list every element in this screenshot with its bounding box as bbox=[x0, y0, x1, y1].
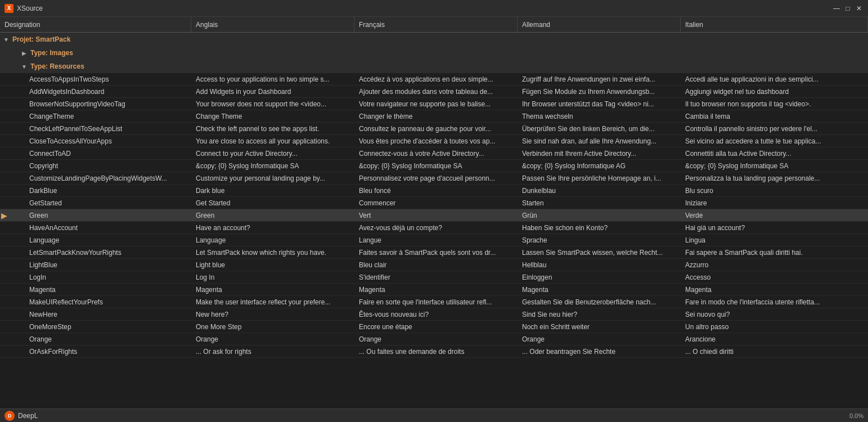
cell-italien: Accedi alle tue applicazioni in due semp… bbox=[681, 73, 868, 85]
cell-designation: AccessToAppsInTwoSteps bbox=[0, 73, 191, 85]
row-selected-arrow: ▶ bbox=[1, 211, 7, 220]
cell-allemand: Haben Sie schon ein Konto? bbox=[518, 222, 681, 234]
table-row[interactable]: BrowserNotSupportingVideoTagYour browser… bbox=[0, 98, 868, 110]
table-row[interactable]: MagentaMagentaMagentaMagentaMagenta bbox=[0, 284, 868, 296]
cell-allemand: Dunkelblau bbox=[518, 185, 681, 196]
cell-allemand: Sprache bbox=[518, 234, 681, 246]
group-row-images[interactable]: ▶ Type: Images bbox=[0, 46, 868, 60]
maximize-button[interactable]: □ bbox=[843, 4, 852, 13]
table-row[interactable]: LogInLog InS'identifierEinloggenAccesso bbox=[0, 271, 868, 284]
content-area: Designation Anglais Français Allemand It… bbox=[0, 17, 868, 408]
cell-anglais: Check the left pannel to see the apps li… bbox=[191, 123, 354, 134]
cell-francais: Êtes-vous nouveau ici? bbox=[354, 308, 518, 320]
table-row[interactable]: DarkBlueDark blueBleu foncéDunkelblauBlu… bbox=[0, 185, 868, 197]
table-row[interactable]: LetSmartPackKnowYourRightsLet SmartPack … bbox=[0, 246, 868, 259]
table-row[interactable]: LanguageLanguageLangueSpracheLingua bbox=[0, 234, 868, 246]
cell-anglais: One More Step bbox=[191, 321, 354, 333]
collapse-icon-projet[interactable]: ▼ bbox=[2, 35, 10, 43]
cell-francais: Orange bbox=[354, 333, 518, 345]
cell-francais: Encore une étape bbox=[354, 321, 518, 333]
cell-designation: Magenta bbox=[0, 284, 191, 295]
cell-anglais: Light blue bbox=[191, 259, 354, 271]
table-row[interactable]: Copyright&copy; {0} Syslog Informatique … bbox=[0, 160, 868, 172]
cell-designation: BrowserNotSupportingVideoTag bbox=[0, 98, 191, 110]
cell-italien: Azzurro bbox=[681, 259, 868, 271]
cell-allemand: Einloggen bbox=[518, 271, 681, 283]
cell-francais: &copy; {0} Syslog Informatique SA bbox=[354, 160, 518, 172]
table-row[interactable]: OrAskForRights... Or ask for rights... O… bbox=[0, 345, 868, 358]
cell-italien: Sei vicino ad accedere a tutte le tue ap… bbox=[681, 135, 868, 147]
cell-allemand: Verbinden mit Ihrem Active Directory... bbox=[518, 147, 681, 159]
cell-allemand: Ihr Browser unterstützt das Tag <video> … bbox=[518, 98, 681, 110]
table-row[interactable]: LightBlueLight blueBleu clairHellblauAzz… bbox=[0, 259, 868, 271]
group-row-resources[interactable]: ▼ Type: Resources bbox=[0, 60, 868, 73]
cell-allemand: Thema wechseln bbox=[518, 110, 681, 122]
table-body[interactable]: ▼ Projet: SmartPack ▶ Type: Images ▼ Typ… bbox=[0, 33, 868, 408]
cell-francais: Faites savoir à SmartPack quels sont vos… bbox=[354, 246, 518, 258]
cell-francais: Consultez le panneau de gauche pour voir… bbox=[354, 123, 518, 134]
cell-allemand: Magenta bbox=[518, 284, 681, 295]
cell-anglais: Change Theme bbox=[191, 110, 354, 122]
cell-designation: LogIn bbox=[0, 271, 191, 283]
cell-allemand: Sie sind nah dran, auf alle Ihre Anwendu… bbox=[518, 135, 681, 147]
table-row[interactable]: GetStartedGet StartedCommencerStartenIni… bbox=[0, 197, 868, 209]
table-row[interactable]: ConnectToADConnect to your Active Direct… bbox=[0, 147, 868, 160]
cell-anglais: Connect to your Active Directory... bbox=[191, 147, 354, 159]
cell-anglais: Dark blue bbox=[191, 185, 354, 196]
cell-allemand: Orange bbox=[518, 333, 681, 345]
table-row[interactable]: ▶GreenGreenVertGrünVerde bbox=[0, 209, 868, 222]
cell-anglais: Customize your personal landing page by.… bbox=[191, 172, 354, 184]
table-header: Designation Anglais Français Allemand It… bbox=[0, 17, 868, 33]
collapse-icon-resources[interactable]: ▼ bbox=[20, 62, 28, 70]
cell-italien: Connettiti alla tua Active Directory... bbox=[681, 147, 868, 159]
cell-anglais: Language bbox=[191, 234, 354, 246]
col-header-allemand: Allemand bbox=[518, 17, 681, 32]
cell-designation: MakeUIReflectYourPrefs bbox=[0, 296, 191, 308]
cell-designation: OrAskForRights bbox=[0, 345, 191, 357]
group-label-projet: Projet: SmartPack bbox=[12, 35, 70, 43]
table-row[interactable]: OrangeOrangeOrangeOrangeArancione bbox=[0, 333, 868, 345]
cell-francais: Magenta bbox=[354, 284, 518, 295]
expand-icon-images[interactable]: ▶ bbox=[20, 49, 28, 57]
deepl-icon: D bbox=[5, 411, 15, 421]
cell-italien: &copy; {0} Syslog Informatique SA bbox=[681, 160, 868, 172]
cell-francais: Bleu foncé bbox=[354, 185, 518, 196]
cell-allemand: Zugriff auf Ihre Anwendungen in zwei ein… bbox=[518, 73, 681, 85]
cell-anglais: Access to your applications in two simpl… bbox=[191, 73, 354, 85]
cell-designation: LightBlue bbox=[0, 259, 191, 271]
cell-allemand: Fügen Sie Module zu Ihrem Anwendungsb... bbox=[518, 86, 681, 97]
cell-italien: Personalizza la tua landing page persona… bbox=[681, 172, 868, 184]
cell-allemand: Gestalten Sie die Benutzeroberfläche nac… bbox=[518, 296, 681, 308]
table-row[interactable]: CustomizeLandingPageByPlacingWidgetsW...… bbox=[0, 172, 868, 185]
cell-italien: Magenta bbox=[681, 284, 868, 295]
cell-anglais: ... Or ask for rights bbox=[191, 345, 354, 357]
cell-designation: OneMoreStep bbox=[0, 321, 191, 333]
table-row[interactable]: NewHereNew here?Êtes-vous nouveau ici?Si… bbox=[0, 308, 868, 321]
cell-allemand: Grün bbox=[518, 209, 681, 221]
table-row[interactable]: ChangeThemeChange ThemeChanger le thèmeT… bbox=[0, 110, 868, 123]
close-button[interactable]: ✕ bbox=[854, 4, 863, 13]
table-row[interactable]: CheckLeftPannelToSeeAppListCheck the lef… bbox=[0, 123, 868, 135]
cell-designation: NewHere bbox=[0, 308, 191, 320]
cell-designation: AddWidgetsInDashboard bbox=[0, 86, 191, 97]
minimize-button[interactable]: — bbox=[832, 4, 841, 13]
cell-italien: Accesso bbox=[681, 271, 868, 283]
table-row[interactable]: AccessToAppsInTwoStepsAccess to your app… bbox=[0, 73, 868, 86]
table-row[interactable]: AddWidgetsInDashboardAdd Widgets in your… bbox=[0, 86, 868, 98]
table-row[interactable]: MakeUIReflectYourPrefsMake the user inte… bbox=[0, 296, 868, 308]
cell-designation: CheckLeftPannelToSeeAppList bbox=[0, 123, 191, 134]
cell-francais: Vert bbox=[354, 209, 518, 221]
cell-designation: ChangeTheme bbox=[0, 110, 191, 122]
table-row[interactable]: OneMoreStepOne More StepEncore une étape… bbox=[0, 321, 868, 333]
progress-indicator: 0.0% bbox=[849, 412, 863, 419]
cell-allemand: Lassen Sie SmartPack wissen, welche Rech… bbox=[518, 246, 681, 258]
cell-allemand: Überprüfen Sie den linken Bereich, um di… bbox=[518, 123, 681, 134]
table-row[interactable]: HaveAnAccountHave an account?Avez-vous d… bbox=[0, 222, 868, 234]
group-row-projet[interactable]: ▼ Projet: SmartPack bbox=[0, 33, 868, 46]
cell-anglais: Have an account? bbox=[191, 222, 354, 234]
cell-allemand: Hellblau bbox=[518, 259, 681, 271]
table-row[interactable]: CloseToAccessAllYourAppsYou are close to… bbox=[0, 135, 868, 147]
cell-francais: Commencer bbox=[354, 197, 518, 209]
cell-designation: ConnectToAD bbox=[0, 147, 191, 159]
cell-francais: Vous êtes proche d'accéder à toutes vos … bbox=[354, 135, 518, 147]
